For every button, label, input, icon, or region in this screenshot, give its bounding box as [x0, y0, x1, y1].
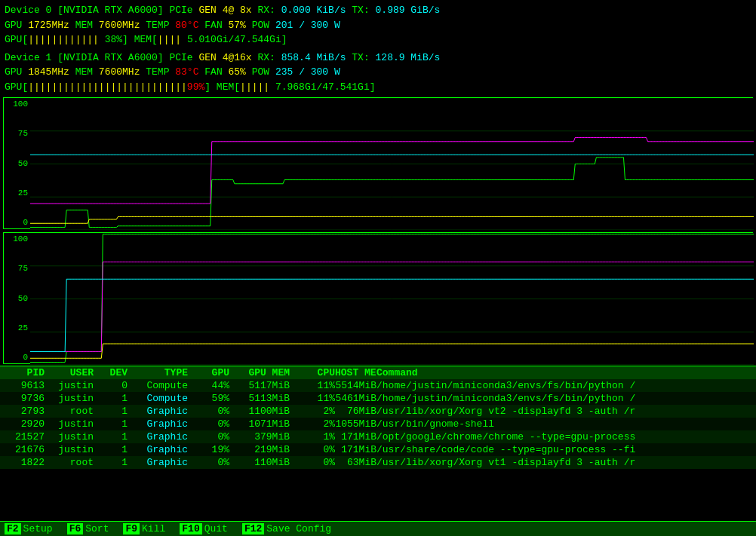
table-row[interactable]: 9613 justin 0 Compute 44% 5117MiB 11% 55…: [0, 379, 756, 392]
device1-info: Device 1 [NVIDIA RTX A6000] PCIe GEN 4@1…: [0, 49, 756, 96]
gpu0-chart: 100 75 50 25 0 GPU0 % GPU0 mem% GPU0 pow…: [3, 97, 753, 229]
col-type: TYPE: [128, 367, 188, 378]
table-row[interactable]: 9736 justin 1 Compute 59% 5113MiB 11% 54…: [0, 392, 756, 405]
gpu1-y-axis: 100 75 50 25 0: [4, 233, 30, 363]
gpu0-canvas: [30, 98, 754, 230]
device1-line1: Device 1 [NVIDIA RTX A6000] PCIe GEN 4@1…: [5, 51, 751, 66]
col-gpu-mem: GPU MEM: [229, 367, 290, 378]
device1-line2: GPU 1845MHz MEM 7600MHz TEMP 83°C FAN 65…: [5, 65, 751, 80]
table-row[interactable]: 2920 justin 1 Graphic 0% 1071MiB 2% 1055…: [0, 418, 756, 430]
device0-line3: GPU[|||||||||||| 38%] MEM[|||| 5.010Gi/4…: [5, 32, 751, 47]
process-table: PID USER DEV TYPE GPU GPU MEM CPU HOST M…: [0, 366, 756, 521]
footer-f9[interactable]: F9Kill: [123, 523, 167, 534]
device0-info: Device 0 [NVIDIA RTX A6000] PCIe GEN 4@ …: [0, 0, 756, 49]
table-row[interactable]: 21527 justin 1 Graphic 0% 379MiB 1% 171M…: [0, 430, 756, 443]
table-row[interactable]: 21676 justin 1 Graphic 19% 219MiB 0% 171…: [0, 443, 756, 456]
table-body: 9613 justin 0 Compute 44% 5117MiB 11% 55…: [0, 379, 756, 469]
col-host-mem: HOST MEM: [335, 367, 376, 378]
footer-f10[interactable]: F10Quit: [180, 523, 230, 534]
col-command: Command: [376, 367, 753, 378]
footer: F2Setup F6Sort F9Kill F10Quit F12Save Co…: [0, 521, 756, 536]
footer-f2[interactable]: F2Setup: [5, 523, 55, 534]
gpu1-chart: 100 75 50 25 0 GPU1 % GPU1 mem% GPU1 pow…: [3, 232, 753, 364]
gpu0-y-axis: 100 75 50 25 0: [4, 98, 30, 228]
footer-f6[interactable]: F6Sort: [67, 523, 112, 534]
col-dev: DEV: [94, 367, 128, 378]
col-user: USER: [45, 367, 94, 378]
main-container: Device 0 [NVIDIA RTX A6000] PCIe GEN 4@ …: [0, 0, 756, 536]
device0-line1: Device 0 [NVIDIA RTX A6000] PCIe GEN 4@ …: [5, 3, 751, 18]
device1-line3: GPU[|||||||||||||||||||||||||||99%] MEM[…: [5, 80, 751, 95]
col-pid: PID: [3, 367, 45, 378]
device0-line2: GPU 1725MHz MEM 7600MHz TEMP 80°C FAN 57…: [5, 18, 751, 33]
table-header: PID USER DEV TYPE GPU GPU MEM CPU HOST M…: [0, 366, 756, 379]
table-row[interactable]: 2793 root 1 Graphic 0% 1100MiB 2% 76MiB …: [0, 405, 756, 418]
table-row[interactable]: 1822 root 1 Graphic 0% 110MiB 0% 63MiB /…: [0, 456, 756, 469]
col-cpu: CPU: [290, 367, 335, 378]
col-gpu: GPU: [188, 367, 229, 378]
footer-f12[interactable]: F12Save Config: [242, 523, 333, 534]
gpu1-canvas: [30, 233, 754, 365]
